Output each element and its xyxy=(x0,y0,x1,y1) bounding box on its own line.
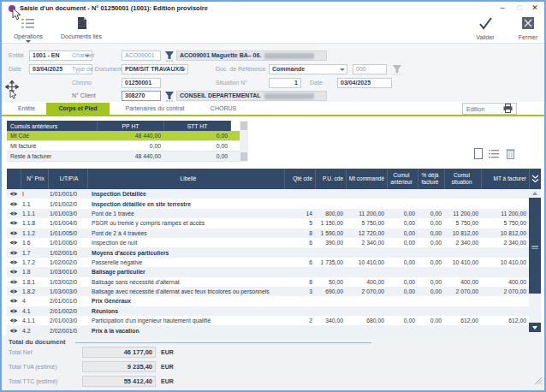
table-row[interactable]: 1.8 1/03/001/0 Balisage particulier xyxy=(7,267,541,276)
totals-section: Total du document Total Net 46 177,00 EU… xyxy=(2,336,544,390)
client-name-field: CONSEIL DEPARTEMENTAL xyxy=(176,91,327,101)
chantier-label: Chantier xyxy=(72,50,94,61)
total-net-label: Total Net xyxy=(9,347,33,358)
table-row[interactable]: 4 2/01/001/0 Prix Généraux xyxy=(7,296,541,306)
table-body: I 1/01/001/0 Inspection Détaillée 1.1 1/… xyxy=(7,189,541,336)
cumuls-row-mt-cde[interactable]: Mt Cdé 48 440,00 0,00 xyxy=(7,131,248,141)
close-box-icon xyxy=(521,17,535,33)
table-row[interactable]: 1.7.2 1/02/002/0 Passerelle négative 6 1… xyxy=(7,258,541,267)
stt-ht-header: STT HT xyxy=(164,121,231,131)
entite-label: Entité xyxy=(9,50,24,61)
table-row[interactable]: 1.8.1 1/03/002/0 Balisage sans nécessité… xyxy=(7,277,541,287)
new-line-icon[interactable] xyxy=(474,147,483,163)
eye-icon[interactable] xyxy=(7,296,21,306)
valider-button[interactable]: Valider xyxy=(468,17,502,40)
task-list-icon xyxy=(21,17,35,33)
title-bar: Saisie d'un document - N° 01250001 (1001… xyxy=(2,2,544,15)
cumul-situation-header[interactable]: Cumul situation xyxy=(444,169,481,189)
filter-icon[interactable] xyxy=(164,90,175,101)
operations-button[interactable]: Opérations xyxy=(9,17,48,43)
window-title: Saisie d'un document - N° 01250001 (1001… xyxy=(20,2,208,15)
situation-date-field[interactable]: 03/04/2025 xyxy=(337,78,392,88)
eye-icon[interactable] xyxy=(7,258,21,267)
table-row[interactable]: 1.1.8 1/01/004/0 PSGR ou tremie y compri… xyxy=(7,218,541,228)
eye-icon[interactable] xyxy=(7,209,21,218)
trash-icon[interactable] xyxy=(506,147,515,163)
cumuls-row-reste-a-facturer[interactable]: Reste à facturer 48 440,00 0,00 xyxy=(7,151,248,162)
eye-icon[interactable] xyxy=(7,316,21,325)
total-ttc-currency: EUR xyxy=(161,376,174,387)
chrono-field[interactable]: 01250001 xyxy=(122,78,161,88)
qte-cde-header[interactable]: Qté cde xyxy=(284,169,315,189)
cumuls-scroll-strip xyxy=(240,121,248,162)
totals-title: Total du document xyxy=(9,338,66,346)
table-row[interactable]: 4.1.1 2/01/003/0 Participation d'un ingé… xyxy=(7,316,541,325)
table-row[interactable]: 1.1 1/01/002/0 Inspection détaillée en s… xyxy=(7,199,541,208)
table-row[interactable]: I 1/01/001/0 Inspection Détaillée xyxy=(7,189,541,199)
resize-grip[interactable] xyxy=(534,373,543,389)
type-document-label: Type de Document xyxy=(72,64,122,74)
eye-icon[interactable] xyxy=(7,277,21,287)
cumuls-anterieurs-table: Cumuls antérieurs PP HT STT HT Mt Cdé 48… xyxy=(7,121,248,162)
table-row[interactable]: 1.8.2 1/03/003/0 Balisage avec nécessité… xyxy=(7,287,541,296)
client-field[interactable]: 308270 xyxy=(122,91,161,101)
scroll-down-icon[interactable] xyxy=(529,323,541,332)
checkmark-icon xyxy=(478,17,493,33)
double-chevron-down-icon[interactable] xyxy=(529,169,541,189)
tab-chorus[interactable]: CHORUS xyxy=(200,103,246,115)
eye-icon[interactable] xyxy=(7,238,21,247)
edition-button[interactable]: Edition xyxy=(462,103,517,115)
table-row[interactable]: 1.1.1 1/01/003/0 Pont de 1 travée 14 800… xyxy=(7,209,541,218)
eye-icon[interactable] xyxy=(7,287,21,296)
table-row[interactable]: 4.1 2/01/002/0 Réunions xyxy=(7,306,541,316)
fermer-button[interactable]: Fermer xyxy=(512,17,544,40)
tab-entete[interactable]: Entête xyxy=(7,103,46,115)
cumul-anterieur-header[interactable]: Cumul antérieur xyxy=(387,169,418,189)
detail-list-icon[interactable] xyxy=(489,147,500,163)
situation-number-field[interactable]: 1 xyxy=(269,78,301,88)
eye-icon[interactable] xyxy=(7,229,21,238)
minimize-button[interactable]: – xyxy=(496,2,508,15)
table-row[interactable]: 4.2 2/02/001/0 Prix à la vacation xyxy=(7,325,541,335)
eye-icon[interactable] xyxy=(7,199,21,208)
filter-disabled-icon xyxy=(392,63,402,74)
table-row[interactable]: 1.1.2 1/01/005/0 Pont de 2 à 4 travées 8… xyxy=(7,229,541,238)
tab-partenaires-du-contrat[interactable]: Partenaires du contrat xyxy=(110,103,200,115)
doc-reference-number-field[interactable]: 000 xyxy=(353,64,387,74)
mt-a-facturer-header[interactable]: MT à facturer xyxy=(481,169,529,189)
documents-lies-button[interactable]: Documents liés xyxy=(55,17,108,39)
ltpa-header[interactable]: L/T/P/A xyxy=(48,169,87,189)
eye-icon[interactable] xyxy=(7,247,21,257)
scroll-up-icon[interactable] xyxy=(529,189,541,198)
chevron-down-icon xyxy=(340,68,345,71)
chevron-down-icon xyxy=(181,68,186,71)
total-tva-field: 9 235,40 xyxy=(82,361,156,372)
doc-reference-combo[interactable]: Commande xyxy=(269,64,347,74)
type-document-combo[interactable]: PDM/SIT TRAVAUX/S xyxy=(122,64,188,74)
libelle-header[interactable]: Libellé xyxy=(87,169,284,189)
doc-reference-label: Doc. de Référence xyxy=(216,64,265,74)
pu-cde-header[interactable]: P.U. cde xyxy=(315,169,346,189)
table-row[interactable]: 1.6 1/01/006/0 Inspection de nuit 6 390,… xyxy=(7,238,541,247)
situation-date-label: Date xyxy=(310,78,323,88)
chantier-field[interactable]: ACO09001 xyxy=(122,50,161,61)
eye-icon[interactable] xyxy=(7,189,21,199)
filter-icon[interactable] xyxy=(164,50,175,61)
situation-label: Situation N° xyxy=(216,78,247,88)
mt-commande-header[interactable]: Mt commandé xyxy=(346,169,387,189)
scrollbar-thumb[interactable] xyxy=(529,198,541,294)
maximize-button: □ xyxy=(513,2,525,15)
eye-icon[interactable] xyxy=(7,218,21,228)
close-button[interactable]: ✕ xyxy=(529,2,541,15)
group-divider xyxy=(75,342,371,343)
eye-icon[interactable] xyxy=(7,267,21,276)
tab-corps-et-pied[interactable]: Corps et Pied xyxy=(46,103,110,115)
table-row[interactable]: 1.7 1/02/001/0 Moyens d'accès particulie… xyxy=(7,247,541,257)
vertical-scrollbar[interactable] xyxy=(529,189,541,336)
num-prix-header[interactable]: N° Prix xyxy=(21,169,48,189)
eye-icon[interactable] xyxy=(7,306,21,316)
app-icon xyxy=(9,5,15,12)
cumuls-row-mt-facture[interactable]: Mt facturé 0,00 0,00 xyxy=(7,141,248,151)
pct-deja-facture-header[interactable]: % déjà facturé xyxy=(418,169,444,189)
eye-icon[interactable] xyxy=(7,325,21,335)
